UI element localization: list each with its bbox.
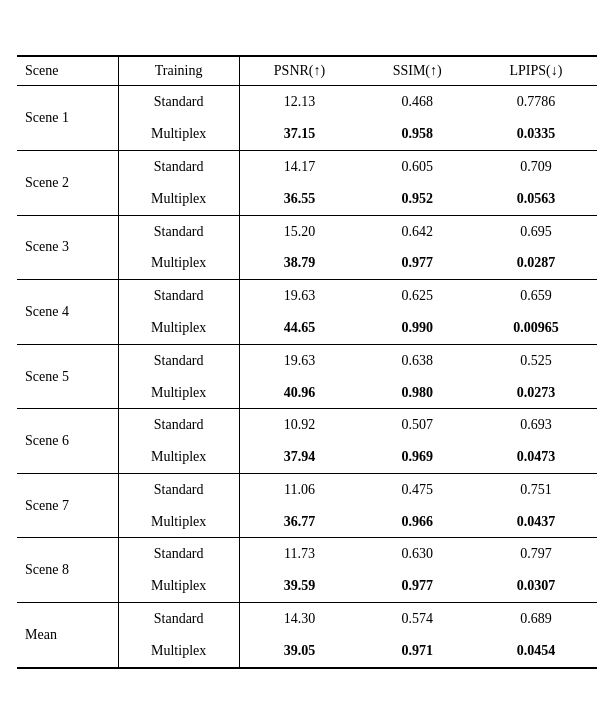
table-row: MeanStandard14.300.5740.689 (17, 603, 597, 635)
ssim-multiplex: 0.977 (359, 570, 475, 602)
results-table: Scene Training PSNR(↑) SSIM(↑) LPIPS(↓) … (17, 55, 597, 668)
training-standard: Standard (118, 409, 239, 441)
psnr-multiplex: 38.79 (239, 247, 359, 279)
lpips-standard: 0.797 (475, 538, 597, 570)
scene-label: Scene 7 (17, 473, 118, 538)
header-scene: Scene (17, 56, 118, 86)
psnr-standard: 15.20 (239, 215, 359, 247)
psnr-multiplex: 40.96 (239, 377, 359, 409)
ssim-multiplex: 0.958 (359, 118, 475, 150)
lpips-multiplex: 0.0287 (475, 247, 597, 279)
scene-label: Mean (17, 603, 118, 668)
training-multiplex: Multiplex (118, 570, 239, 602)
ssim-multiplex: 0.971 (359, 635, 475, 668)
psnr-standard: 14.30 (239, 603, 359, 635)
training-multiplex: Multiplex (118, 635, 239, 668)
training-standard: Standard (118, 473, 239, 505)
table-row: Scene 2Standard14.170.6050.709 (17, 150, 597, 182)
training-multiplex: Multiplex (118, 118, 239, 150)
scene-label: Scene 1 (17, 86, 118, 151)
training-standard: Standard (118, 150, 239, 182)
ssim-standard: 0.638 (359, 344, 475, 376)
header-lpips: LPIPS(↓) (475, 56, 597, 86)
training-multiplex: Multiplex (118, 377, 239, 409)
lpips-multiplex: 0.0563 (475, 183, 597, 215)
ssim-multiplex: 0.980 (359, 377, 475, 409)
ssim-multiplex: 0.969 (359, 441, 475, 473)
psnr-standard: 19.63 (239, 344, 359, 376)
scene-label: Scene 5 (17, 344, 118, 409)
lpips-standard: 0.525 (475, 344, 597, 376)
lpips-multiplex: 0.0307 (475, 570, 597, 602)
ssim-standard: 0.468 (359, 86, 475, 118)
training-multiplex: Multiplex (118, 312, 239, 344)
table-row: Scene 7Standard11.060.4750.751 (17, 473, 597, 505)
scene-label: Scene 6 (17, 409, 118, 474)
scene-label: Scene 3 (17, 215, 118, 280)
psnr-standard: 11.06 (239, 473, 359, 505)
training-standard: Standard (118, 280, 239, 312)
ssim-standard: 0.630 (359, 538, 475, 570)
training-standard: Standard (118, 215, 239, 247)
ssim-multiplex: 0.990 (359, 312, 475, 344)
table-container: Scene Training PSNR(↑) SSIM(↑) LPIPS(↓) … (17, 55, 597, 668)
ssim-standard: 0.507 (359, 409, 475, 441)
training-standard: Standard (118, 538, 239, 570)
scene-label: Scene 8 (17, 538, 118, 603)
lpips-multiplex: 0.0454 (475, 635, 597, 668)
lpips-standard: 0.659 (475, 280, 597, 312)
table-row: Scene 4Standard19.630.6250.659 (17, 280, 597, 312)
psnr-multiplex: 36.55 (239, 183, 359, 215)
table-row: Scene 8Standard11.730.6300.797 (17, 538, 597, 570)
scene-label: Scene 2 (17, 150, 118, 215)
psnr-standard: 10.92 (239, 409, 359, 441)
header-training: Training (118, 56, 239, 86)
lpips-multiplex: 0.0473 (475, 441, 597, 473)
ssim-multiplex: 0.977 (359, 247, 475, 279)
psnr-multiplex: 44.65 (239, 312, 359, 344)
ssim-standard: 0.605 (359, 150, 475, 182)
header-psnr: PSNR(↑) (239, 56, 359, 86)
lpips-multiplex: 0.00965 (475, 312, 597, 344)
psnr-multiplex: 37.94 (239, 441, 359, 473)
ssim-standard: 0.642 (359, 215, 475, 247)
psnr-standard: 14.17 (239, 150, 359, 182)
training-standard: Standard (118, 603, 239, 635)
lpips-standard: 0.693 (475, 409, 597, 441)
table-row: Scene 1Standard12.130.4680.7786 (17, 86, 597, 118)
lpips-standard: 0.695 (475, 215, 597, 247)
training-multiplex: Multiplex (118, 183, 239, 215)
ssim-multiplex: 0.966 (359, 506, 475, 538)
ssim-standard: 0.625 (359, 280, 475, 312)
training-standard: Standard (118, 86, 239, 118)
lpips-standard: 0.709 (475, 150, 597, 182)
training-multiplex: Multiplex (118, 506, 239, 538)
table-row: Scene 6Standard10.920.5070.693 (17, 409, 597, 441)
scene-label: Scene 4 (17, 280, 118, 345)
table-row: Scene 3Standard15.200.6420.695 (17, 215, 597, 247)
psnr-standard: 12.13 (239, 86, 359, 118)
training-standard: Standard (118, 344, 239, 376)
psnr-multiplex: 37.15 (239, 118, 359, 150)
lpips-standard: 0.751 (475, 473, 597, 505)
ssim-multiplex: 0.952 (359, 183, 475, 215)
table-row: Scene 5Standard19.630.6380.525 (17, 344, 597, 376)
psnr-multiplex: 36.77 (239, 506, 359, 538)
ssim-standard: 0.475 (359, 473, 475, 505)
lpips-standard: 0.7786 (475, 86, 597, 118)
lpips-standard: 0.689 (475, 603, 597, 635)
psnr-multiplex: 39.59 (239, 570, 359, 602)
ssim-standard: 0.574 (359, 603, 475, 635)
lpips-multiplex: 0.0273 (475, 377, 597, 409)
lpips-multiplex: 0.0437 (475, 506, 597, 538)
psnr-standard: 11.73 (239, 538, 359, 570)
training-multiplex: Multiplex (118, 247, 239, 279)
header-ssim: SSIM(↑) (359, 56, 475, 86)
psnr-standard: 19.63 (239, 280, 359, 312)
psnr-multiplex: 39.05 (239, 635, 359, 668)
lpips-multiplex: 0.0335 (475, 118, 597, 150)
training-multiplex: Multiplex (118, 441, 239, 473)
